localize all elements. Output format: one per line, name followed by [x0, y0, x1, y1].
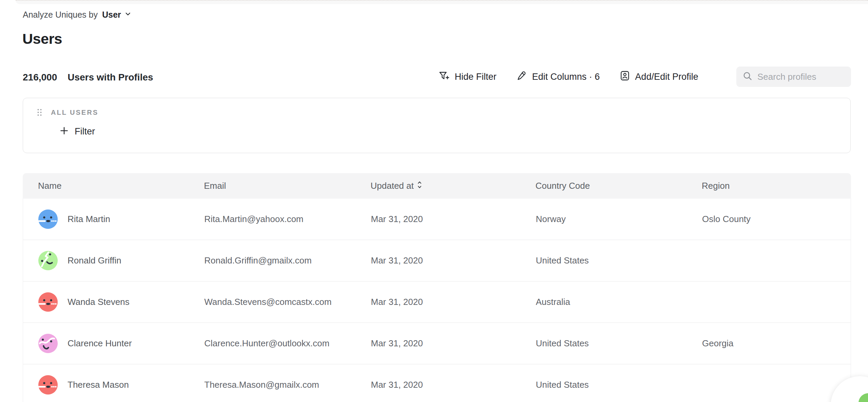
profiles-count-row: 216,000 Users with Profiles [23, 71, 153, 84]
filter-group-label: ALL USERS [51, 109, 98, 116]
user-updated-at: Mar 31, 2020 [356, 297, 521, 307]
chevron-down-icon [124, 10, 132, 19]
column-header-email[interactable]: Email [189, 181, 355, 191]
page-title: Users [22, 31, 62, 47]
user-updated-at: Mar 31, 2020 [356, 255, 521, 266]
add-filter-button[interactable]: Filter [59, 126, 95, 137]
user-country-code: United States [521, 255, 687, 266]
add-filter-label: Filter [75, 126, 95, 137]
analyze-uniques-row: Analyze Uniques by User [23, 8, 132, 21]
profiles-count-label: Users with Profiles [68, 72, 153, 83]
user-region: Georgia [687, 338, 851, 349]
filter-panel: ALL USERS Filter [23, 98, 851, 153]
table-header: Name Email Updated at Country Code Regio… [23, 173, 851, 199]
user-country-code: Norway [521, 214, 687, 224]
user-email: Rita.Martin@yahoox.com [189, 214, 356, 224]
funnel-plus-icon [438, 70, 450, 84]
search-profiles-box[interactable] [736, 67, 851, 87]
edit-columns-label: Edit Columns · 6 [532, 72, 600, 82]
table-row[interactable]: Theresa Mason Theresa.Mason@gmailx.com M… [23, 364, 851, 402]
user-updated-at: Mar 31, 2020 [356, 338, 521, 349]
user-country-code: United States [521, 338, 687, 349]
avatar [38, 209, 58, 229]
column-header-country-code[interactable]: Country Code [520, 181, 686, 191]
avatar [38, 334, 58, 353]
profiles-count: 216,000 [23, 72, 57, 83]
add-edit-profile-label: Add/Edit Profile [635, 72, 698, 82]
avatar [38, 251, 58, 270]
users-table: Name Email Updated at Country Code Regio… [23, 173, 851, 402]
edit-columns-button[interactable]: Edit Columns · 6 [516, 70, 600, 84]
user-updated-at: Mar 31, 2020 [356, 380, 521, 390]
scrolled-panel-edge [16, 0, 868, 4]
user-name: Rita Martin [68, 214, 110, 224]
user-name: Theresa Mason [68, 380, 129, 390]
table-body: Rita Martin Rita.Martin@yahoox.com Mar 3… [23, 199, 851, 402]
user-country-code: Australia [521, 297, 687, 307]
table-row[interactable]: Wanda Stevens Wanda.Stevens@comcastx.com… [23, 281, 851, 323]
pencil-icon [516, 70, 527, 84]
search-icon [742, 71, 753, 83]
add-edit-profile-button[interactable]: Add/Edit Profile [620, 70, 698, 84]
user-region: Oslo County [687, 214, 851, 224]
user-email: Theresa.Mason@gmailx.com [189, 380, 356, 390]
user-name: Ronald Griffin [68, 255, 121, 266]
plus-icon [59, 126, 69, 137]
drag-handle-icon[interactable] [37, 108, 42, 116]
column-header-name[interactable]: Name [23, 181, 189, 191]
user-name: Wanda Stevens [68, 297, 130, 307]
table-row[interactable]: Ronald Griffin Ronald.Griffin@gmailx.com… [23, 240, 851, 281]
analyze-by-dropdown[interactable]: User [102, 10, 132, 20]
toolbar: Hide Filter Edit Columns · 6 Add/Edit Pr… [438, 67, 851, 87]
hide-filter-label: Hide Filter [455, 72, 496, 82]
user-email: Wanda.Stevens@comcastx.com [189, 297, 356, 307]
user-country-code: United States [521, 380, 687, 390]
avatar [38, 292, 58, 312]
user-email: Clarence.Hunter@outlookx.com [189, 338, 356, 349]
column-header-region[interactable]: Region [686, 181, 851, 191]
analyze-uniques-label: Analyze Uniques by [23, 10, 98, 20]
table-row[interactable]: Rita Martin Rita.Martin@yahoox.com Mar 3… [23, 199, 851, 240]
user-name: Clarence Hunter [68, 338, 132, 349]
search-profiles-input[interactable] [757, 72, 845, 82]
user-email: Ronald.Griffin@gmailx.com [189, 255, 356, 266]
hide-filter-button[interactable]: Hide Filter [438, 70, 496, 84]
user-updated-at: Mar 31, 2020 [356, 214, 521, 224]
table-row[interactable]: Clarence Hunter Clarence.Hunter@outlookx… [23, 323, 851, 364]
avatar [38, 375, 58, 395]
column-header-updated-at[interactable]: Updated at [355, 180, 520, 192]
analyze-by-value: User [102, 10, 121, 20]
sort-icon[interactable] [417, 180, 422, 192]
contact-card-icon [620, 70, 630, 84]
